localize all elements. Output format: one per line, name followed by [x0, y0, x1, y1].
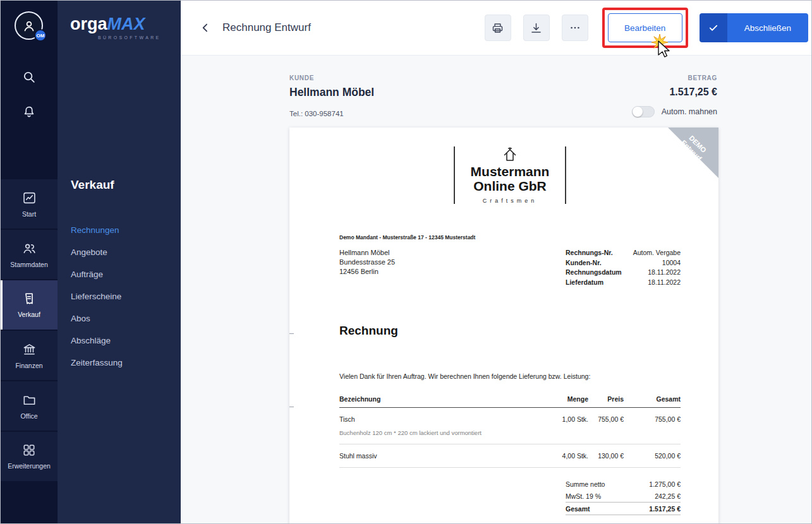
- amount-value: 1.517,25 €: [632, 86, 717, 98]
- table-row: Tisch 1,00 Stk. 755,00 € 755,00 € Buchen…: [339, 408, 681, 444]
- nav-item-label: Start: [22, 210, 36, 218]
- submenu-item-rechnungen[interactable]: Rechnungen: [71, 219, 176, 241]
- nav-item-label: Office: [20, 412, 37, 420]
- abschliessen-button[interactable]: Abschließen: [700, 13, 808, 42]
- header-actions: Bearbeiten Abschließen: [485, 13, 808, 42]
- logo-max: MAX: [107, 15, 145, 33]
- primary-sidebar: OM: [1, 1, 58, 523]
- content-area: KUNDE Hellmann Möbel Tel.: 030-958741 BE…: [181, 56, 811, 523]
- search-icon: [22, 70, 36, 84]
- grid-icon: [22, 443, 36, 457]
- page-header: Rechnung Entwurf: [181, 1, 811, 56]
- total-row: Summe netto 1.275,00 €: [566, 478, 681, 490]
- item-description: Buchenholz 120 cm * 220 cm lackiert und …: [339, 429, 681, 436]
- nav-item-finanzen[interactable]: Finanzen: [1, 331, 58, 380]
- meta-row: Lieferdatum 18.11.2022: [566, 278, 681, 288]
- item-price: 755,00 €: [588, 415, 624, 423]
- company-logo: Mustermann Online GbR Craftsmen: [454, 146, 566, 204]
- table-row: Stuhl massiv 4,00 Stk. 130,00 € 520,00 €: [339, 444, 681, 468]
- autom-mahnen-toggle[interactable]: [632, 106, 655, 117]
- notifications-button[interactable]: [15, 98, 43, 126]
- submenu-item-abos[interactable]: Abos: [71, 307, 176, 330]
- item-name: Tisch: [339, 415, 548, 423]
- nav-item-erweiterungen[interactable]: Erweiterungen: [1, 432, 58, 481]
- item-total: 520,00 €: [624, 452, 681, 460]
- logo-bar: [565, 146, 566, 204]
- bell-icon: [22, 105, 36, 119]
- submenu-title: Verkauf: [71, 178, 114, 192]
- print-button[interactable]: [485, 15, 511, 41]
- fold-mark: [289, 333, 294, 334]
- company-name-line: Online GbR: [471, 179, 550, 194]
- submenu-item-auftraege[interactable]: Aufträge: [71, 263, 176, 285]
- invoice-meta: Rechnungs-Nr. Autom. Vergabe Kunden-Nr. …: [566, 248, 681, 287]
- meta-row: Kunden-Nr. 10004: [566, 258, 681, 268]
- recipient-line: 12456 Berlin: [339, 267, 395, 277]
- nav-item-label: Verkauf: [18, 311, 40, 318]
- invoice-title: Rechnung: [339, 324, 681, 338]
- logo-orga: orga: [70, 15, 107, 33]
- invoice-intro: Vielen Dank für Ihren Auftrag. Wir berec…: [339, 372, 681, 380]
- invoice-preview: DEMO Entwurf Mustermann: [289, 128, 718, 523]
- back-button[interactable]: [197, 19, 214, 37]
- customer-phone: Tel.: 030-958741: [289, 110, 374, 117]
- submenu-item-abschlaege[interactable]: Abschläge: [71, 330, 176, 352]
- customer-name: Hellmann Möbel: [289, 86, 374, 99]
- logo-bar: [454, 146, 455, 204]
- nav-item-verkauf[interactable]: Verkauf: [1, 280, 58, 330]
- user-avatar[interactable]: OM: [15, 11, 44, 40]
- submenu-item-lieferscheine[interactable]: Lieferscheine: [71, 285, 176, 307]
- autom-mahnen-label: Autom. mahnen: [662, 107, 717, 116]
- nav-item-start[interactable]: Start: [1, 179, 58, 229]
- orgamax-app-window: OM: [0, 0, 812, 524]
- chevron-left-icon: [199, 21, 212, 34]
- company-tagline: Craftsmen: [471, 198, 550, 204]
- ellipsis-icon: [569, 21, 581, 34]
- submenu-item-zeiterfassung[interactable]: Zeiterfassung: [71, 352, 176, 374]
- om-badge: OM: [34, 29, 47, 42]
- fold-mark: [289, 407, 294, 407]
- phone-label: Tel.:: [289, 110, 303, 117]
- submenu-list: Rechnungen Angebote Aufträge Lieferschei…: [71, 219, 176, 374]
- company-name-line: Mustermann: [471, 165, 550, 179]
- invoice-summary: KUNDE Hellmann Möbel Tel.: 030-958741 BE…: [289, 74, 717, 117]
- folder-icon: [22, 393, 37, 407]
- item-name: Stuhl massiv: [339, 452, 548, 460]
- orgamax-logo: orgaMAX BÜROSOFTWARE: [70, 16, 181, 40]
- edit-button-group: Bearbeiten: [608, 13, 682, 42]
- submenu-item-angebote[interactable]: Angebote: [71, 241, 176, 263]
- check-icon: [700, 13, 727, 42]
- bank-icon: [22, 342, 37, 357]
- recipient-line: Hellmann Möbel: [339, 248, 395, 258]
- recipient-address: Hellmann Möbel Bundesstrasse 25 12456 Be…: [339, 248, 395, 287]
- item-qty: 1,00 Stk.: [548, 415, 588, 423]
- more-button[interactable]: [562, 15, 588, 41]
- recipient-line: Bundesstrasse 25: [339, 258, 395, 267]
- nav-item-label: Stammdaten: [10, 261, 48, 268]
- logo-subtitle: BÜROSOFTWARE: [98, 35, 181, 40]
- users-icon: [22, 241, 37, 256]
- betrag-label: BETRAG: [632, 74, 717, 81]
- main-area: Rechnung Entwurf: [181, 1, 811, 523]
- totals-block: Summe netto 1.275,00 € MwSt. 19 % 242,25…: [566, 478, 681, 515]
- kunde-label: KUNDE: [289, 74, 374, 81]
- grand-total-row: Gesamt 1.517,25 €: [566, 503, 681, 515]
- item-total: 755,00 €: [624, 415, 681, 423]
- meta-row: Rechnungsdatum 18.11.2022: [566, 268, 681, 278]
- toggle-knob: [633, 107, 643, 117]
- secondary-sidebar: orgaMAX BÜROSOFTWARE Verkauf Rechnungen …: [58, 1, 181, 523]
- house-icon: [500, 146, 519, 163]
- phone-number: 030-958741: [305, 110, 343, 117]
- nav-item-office[interactable]: Office: [1, 381, 58, 431]
- line-items-table: Bezeichnung Menge Preis Gesamt Tisch 1,0…: [339, 395, 681, 468]
- abschliessen-label: Abschließen: [727, 13, 808, 42]
- item-qty: 4,00 Stk.: [548, 452, 588, 460]
- printer-icon: [491, 21, 504, 35]
- table-header: Bezeichnung Menge Preis Gesamt: [339, 395, 681, 408]
- download-button[interactable]: [523, 15, 550, 41]
- chart-icon: [22, 191, 37, 205]
- nav-item-label: Erweiterungen: [8, 462, 51, 470]
- bearbeiten-button[interactable]: Bearbeiten: [608, 13, 682, 42]
- nav-item-stammdaten[interactable]: Stammdaten: [1, 230, 58, 279]
- search-button[interactable]: [15, 63, 43, 91]
